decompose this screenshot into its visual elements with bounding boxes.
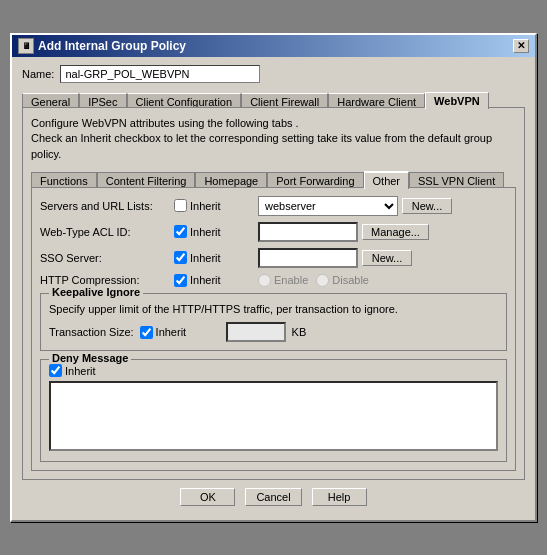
disable-radio-label[interactable]: Disable [316,274,369,287]
servers-new-button[interactable]: New... [402,198,452,214]
disable-radio[interactable] [316,274,329,287]
http-compression-inherit-label: Inherit [190,274,221,286]
sso-server-new-button[interactable]: New... [362,250,412,266]
dialog-icon: 🖥 [18,38,34,54]
enable-radio[interactable] [258,274,271,287]
ok-button[interactable]: OK [180,488,235,506]
description-line2: Check an Inherit checkbox to let the cor… [31,131,516,162]
deny-inherit-label: Inherit [65,365,96,377]
web-type-acl-manage-button[interactable]: Manage... [362,224,429,240]
transaction-inherit-label: Inherit [156,326,187,338]
close-button[interactable]: ✕ [513,39,529,53]
web-type-acl-input[interactable] [258,222,358,242]
web-type-acl-row: Web-Type ACL ID: Inherit Manage... [40,222,507,242]
transaction-size-label: Transaction Size: [49,326,134,338]
dialog: 🖥 Add Internal Group Policy ✕ Name: Gene… [10,33,537,522]
main-panel: Configure WebVPN attributes using the fo… [22,107,525,480]
dialog-title: Add Internal Group Policy [38,39,186,53]
web-type-acl-label: Web-Type ACL ID: [40,226,170,238]
http-compression-label: HTTP Compression: [40,274,170,286]
transaction-inherit-checkbox[interactable] [140,326,153,339]
help-button[interactable]: Help [312,488,367,506]
sso-server-row: SSO Server: Inherit New... [40,248,507,268]
description-line1: Configure WebVPN attributes using the fo… [31,116,516,131]
name-input[interactable] [60,65,260,83]
tab-webvpn[interactable]: WebVPN [425,92,489,109]
main-tabs: General IPSec Client Configuration Clien… [22,91,525,108]
web-type-acl-inherit-checkbox[interactable] [174,225,187,238]
kb-unit-label: KB [292,326,307,338]
sub-tab-other[interactable]: Other [364,171,410,189]
deny-message-title: Deny Message [49,352,131,364]
servers-url-label: Servers and URL Lists: [40,200,170,212]
disable-radio-text: Disable [332,274,369,286]
servers-url-row: Servers and URL Lists: Inherit webserver… [40,196,507,216]
servers-combo[interactable]: webserver [258,196,398,216]
sso-server-label: SSO Server: [40,252,170,264]
deny-message-group: Deny Message Inherit [40,359,507,462]
servers-inherit-label: Inherit [190,200,221,212]
enable-radio-text: Enable [274,274,308,286]
keepalive-group-desc: Specify upper limit of the HTTP/HTTPS tr… [49,302,498,316]
http-compression-inherit-checkbox[interactable] [174,274,187,287]
title-bar: 🖥 Add Internal Group Policy ✕ [12,35,535,57]
name-label: Name: [22,68,54,80]
sso-server-inherit-checkbox[interactable] [174,251,187,264]
transaction-size-input[interactable] [226,322,286,342]
enable-radio-label[interactable]: Enable [258,274,308,287]
cancel-button[interactable]: Cancel [245,488,301,506]
web-type-acl-inherit-label: Inherit [190,226,221,238]
keepalive-group: Keepalive Ignore Specify upper limit of … [40,293,507,351]
deny-inherit-checkbox[interactable] [49,364,62,377]
sso-server-input[interactable] [258,248,358,268]
keepalive-group-title: Keepalive Ignore [49,286,143,298]
deny-message-textarea[interactable] [49,381,498,451]
bottom-buttons: OK Cancel Help [22,480,525,512]
sub-tabs: Functions Content Filtering Homepage Por… [31,170,516,188]
sub-panel: Servers and URL Lists: Inherit webserver… [31,187,516,471]
servers-inherit-checkbox[interactable] [174,199,187,212]
sso-server-inherit-label: Inherit [190,252,221,264]
